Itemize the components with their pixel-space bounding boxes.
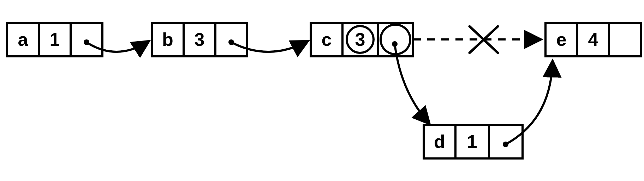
node-d-key: d	[434, 131, 445, 152]
node-e: e 4	[545, 23, 641, 56]
node-c: c 3	[311, 23, 413, 56]
node-c-value: 3	[355, 29, 365, 50]
node-d-value: 1	[467, 131, 477, 152]
node-a-key: a	[18, 29, 29, 50]
node-b-value: 3	[195, 29, 205, 50]
node-e-value: 4	[588, 29, 598, 50]
node-b: b 3	[152, 23, 247, 56]
node-b-key: b	[162, 29, 173, 50]
node-a: a 1	[7, 23, 102, 56]
node-c-key: c	[322, 29, 332, 50]
svg-rect-16	[609, 23, 641, 56]
link-a-to-b	[87, 42, 148, 52]
link-d-to-e	[506, 62, 553, 144]
node-a-value: 1	[50, 29, 60, 50]
node-e-key: e	[556, 29, 567, 50]
node-d: d 1	[424, 125, 523, 158]
link-b-to-c	[231, 42, 307, 52]
linked-list-diagram: a 1 b 3 c 3 d 1	[0, 0, 644, 181]
